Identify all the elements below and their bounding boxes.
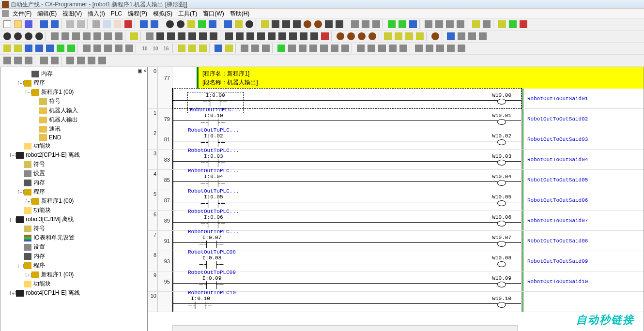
zoom-out-button[interactable] <box>13 31 23 41</box>
ladder-coil[interactable]: W10.04 <box>492 174 511 186</box>
tb-btn[interactable] <box>324 19 334 29</box>
tb-btn[interactable] <box>198 44 208 53</box>
help-button[interactable] <box>234 19 244 29</box>
mdi-icon[interactable] <box>2 10 9 17</box>
tb-btn[interactable] <box>368 31 377 41</box>
tb-btn[interactable] <box>335 19 344 29</box>
rung-body[interactable]: I:0.07─┤ ├─RobotOutToPLC08W10.07 <box>172 231 521 251</box>
tree-close-icon[interactable]: ▣ × <box>138 68 146 74</box>
tb-btn[interactable] <box>336 31 345 41</box>
menu-item[interactable]: PLC <box>108 10 125 17</box>
tb-btn[interactable] <box>209 31 218 41</box>
ladder-rung[interactable]: 587I:0.05─┤ ├─RobotOutToPLC...W10.05Robo… <box>148 190 644 211</box>
tb-btn[interactable] <box>114 44 123 53</box>
ladder-rung[interactable]: 281I:0.02─┤ ├─RobotOutToPLC...W10.02Robo… <box>148 129 644 150</box>
tb-btn[interactable] <box>356 44 366 53</box>
tb-btn[interactable] <box>467 31 477 41</box>
tree-node[interactable]: IO表和单元设置 <box>1 233 146 242</box>
tb-btn[interactable] <box>478 31 488 41</box>
tree-node[interactable]: 设置 <box>1 169 146 178</box>
tb-btn[interactable] <box>13 44 23 53</box>
tb-btn[interactable] <box>303 19 312 29</box>
ladder-coil[interactable]: W10.09 <box>492 275 511 288</box>
hline-button[interactable] <box>224 31 234 41</box>
horizontal-scrollbar[interactable] <box>172 325 518 331</box>
tree-toggle-icon[interactable]: [+] <box>9 291 15 296</box>
monitor-button[interactable] <box>214 44 223 53</box>
tb-btn[interactable] <box>446 31 456 41</box>
tb-btn[interactable] <box>71 31 81 41</box>
tb-btn[interactable] <box>482 19 491 29</box>
tb-btn[interactable] <box>103 44 113 53</box>
tb-btn[interactable] <box>50 19 60 29</box>
tree-node[interactable]: 通讯 <box>1 124 146 134</box>
tb-btn[interactable] <box>82 31 92 41</box>
open-button[interactable] <box>13 19 23 29</box>
tb-btn[interactable] <box>50 31 60 41</box>
tb-btn[interactable] <box>457 31 466 41</box>
context-help-button[interactable] <box>245 19 254 29</box>
tb-btn[interactable] <box>434 19 444 29</box>
menu-item[interactable]: 插入(I) <box>85 10 107 17</box>
rung-body[interactable]: I:0.05─┤ ├─RobotOutToPLC...W10.05 <box>172 190 521 210</box>
rung-body[interactable]: I:0.10─┤ ├─RobotOutToPLC...W10.01 <box>172 109 521 129</box>
tree-toggle-icon[interactable]: [−] <box>25 90 31 95</box>
pause-button[interactable] <box>298 44 307 53</box>
tree-node[interactable]: [−]robot2[CP1H-E] 离线 <box>1 150 146 160</box>
coil-nc-button[interactable] <box>245 31 255 41</box>
tb-btn[interactable] <box>103 31 113 41</box>
tb-btn[interactable] <box>346 31 356 41</box>
tb-btn[interactable] <box>357 31 367 41</box>
tb-btn[interactable] <box>66 44 76 53</box>
tb-btn[interactable] <box>187 44 197 53</box>
tb-btn[interactable] <box>198 31 208 41</box>
tb-btn[interactable] <box>82 44 92 53</box>
contact-no-button[interactable] <box>155 31 165 41</box>
tb-btn[interactable] <box>281 19 291 29</box>
rung-body[interactable]: I:0.08─┤ ├─RobotOutToPLC09W10.08 <box>172 251 521 271</box>
tb-btn[interactable] <box>2 44 12 53</box>
ladder-coil[interactable]: W10.05 <box>492 194 511 207</box>
radix-10-button[interactable]: 10 <box>140 44 150 53</box>
tb-btn[interactable] <box>377 44 387 53</box>
instr-button[interactable] <box>256 31 266 41</box>
tb-btn[interactable] <box>361 19 370 29</box>
tb-btn[interactable] <box>394 31 403 41</box>
select-mode-button[interactable] <box>145 31 154 41</box>
tb-btn[interactable] <box>456 19 465 29</box>
copy-button[interactable] <box>102 19 112 29</box>
rung-body[interactable]: I:0.10─┤ ├─W10.10 <box>172 292 521 312</box>
ladder-rung[interactable]: I:0.00─┤ ├─RobotOutToPLC...W10.00RobotOu… <box>148 89 644 109</box>
tb-btn[interactable] <box>508 19 518 29</box>
rung-body[interactable]: I:0.09─┤ ├─RobotOutToPLC10W10.09 <box>172 271 521 291</box>
ladder-editor-panel[interactable]: 0 77 [程序名：新程序1] [段名称：机器人输出] I:0.00─┤ ├─R… <box>148 67 644 331</box>
menu-item[interactable]: 视图(V) <box>60 10 85 17</box>
tree-node[interactable]: [−]robot3[CJ1M] 离线 <box>1 215 146 224</box>
rung-body[interactable]: I:0.06─┤ ├─RobotOutToPLC...W10.06 <box>172 211 521 230</box>
tb-btn[interactable] <box>330 44 339 53</box>
project-tree[interactable]: 内存[−]程序[−]新程序1 (00)符号机器人输入机器人输出通讯END功能块[… <box>0 67 147 300</box>
ladder-coil[interactable]: W10.00 <box>492 92 511 105</box>
tb-btn[interactable] <box>446 44 456 53</box>
tb-btn[interactable] <box>319 44 329 53</box>
ladder-rung[interactable]: 383I:0.03─┤ ├─RobotOutToPLC...W10.03Robo… <box>148 150 644 170</box>
find-button[interactable] <box>165 19 175 29</box>
tree-node[interactable]: 机器人输出 <box>1 115 146 124</box>
tb-btn[interactable] <box>240 44 249 53</box>
tb-btn[interactable] <box>388 44 398 53</box>
tree-toggle-icon[interactable]: [−] <box>17 190 23 195</box>
tree-node[interactable]: [−]新程序1 (00) <box>1 88 146 97</box>
tb-btn[interactable] <box>340 44 350 53</box>
project-tree-panel[interactable]: ▣ × 内存[−]程序[−]新程序1 (00)符号机器人输入机器人输出通讯END… <box>0 67 148 331</box>
tb-btn[interactable] <box>50 56 60 65</box>
tb-btn[interactable] <box>24 44 33 53</box>
tb-btn[interactable] <box>371 19 381 29</box>
tb-btn[interactable] <box>398 19 407 29</box>
tree-node[interactable]: 内存 <box>1 69 146 78</box>
tb-btn[interactable] <box>313 19 323 29</box>
zoom-reset-button[interactable] <box>34 31 44 41</box>
tree-node[interactable]: [−]程序 <box>1 261 146 270</box>
tree-node[interactable]: 符号 <box>1 224 146 233</box>
tb-btn[interactable] <box>61 31 70 41</box>
zoom-in-button[interactable] <box>2 31 12 41</box>
